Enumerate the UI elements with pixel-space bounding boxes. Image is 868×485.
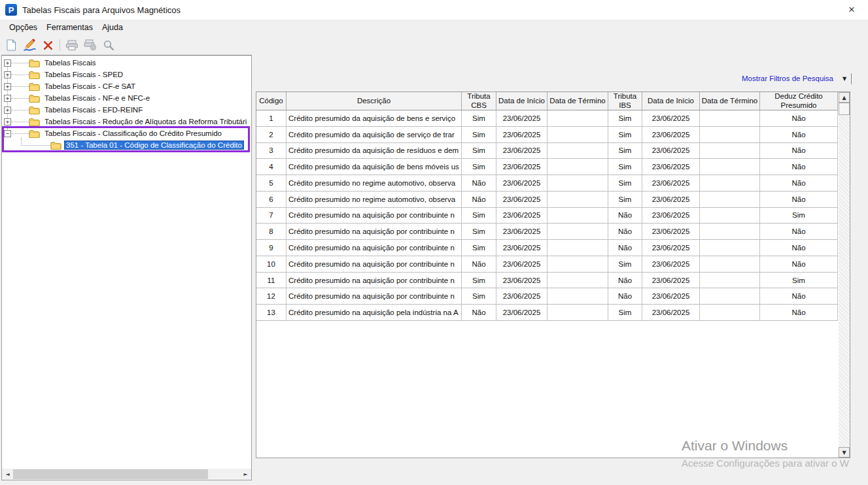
edit-pencil-icon[interactable] <box>22 37 37 53</box>
table-cell[interactable] <box>700 110 760 127</box>
table-cell[interactable]: 23/06/2025 <box>496 256 547 273</box>
tree-item-label[interactable]: Tabelas Fiscais - CF-e SAT <box>43 82 137 91</box>
table-cell[interactable]: Não <box>760 175 838 192</box>
delete-x-icon[interactable] <box>40 37 56 53</box>
table-cell[interactable]: 23/06/2025 <box>642 159 700 175</box>
tree-item[interactable]: −Tabelas Fiscais - Classificação do Créd… <box>2 127 251 139</box>
table-cell[interactable]: 3 <box>256 143 286 159</box>
table-cell[interactable]: Sim <box>462 208 496 224</box>
table-cell[interactable] <box>700 208 760 224</box>
table-row[interactable]: 5Crédito presumido no regime automotivo,… <box>256 175 839 192</box>
scroll-left-icon[interactable]: ◄ <box>2 469 13 480</box>
table-cell[interactable] <box>547 159 608 175</box>
expand-icon[interactable]: + <box>4 71 11 78</box>
expand-icon[interactable]: + <box>4 83 11 90</box>
table-cell[interactable]: Crédito presumido na aquisição por contr… <box>286 256 462 273</box>
tree-item-label[interactable]: 351 - Tabela 01 - Código de Classificaçã… <box>64 141 244 150</box>
table-cell[interactable] <box>547 240 608 256</box>
table-cell[interactable]: 2 <box>256 127 286 143</box>
table-row[interactable]: 1Crédito presumido da aquisição de bens … <box>256 110 839 127</box>
table-cell[interactable]: Sim <box>462 273 496 289</box>
table-cell[interactable]: Não <box>462 192 496 208</box>
close-button[interactable]: × <box>843 3 860 16</box>
table-cell[interactable] <box>547 208 608 224</box>
column-header[interactable]: Data de Término <box>547 92 608 110</box>
table-cell[interactable]: Não <box>462 175 496 192</box>
table-cell[interactable]: Não <box>760 240 838 256</box>
table-cell[interactable]: Sim <box>608 159 642 175</box>
table-cell[interactable] <box>700 127 760 143</box>
table-cell[interactable]: Sim <box>608 256 642 273</box>
table-cell[interactable]: 6 <box>256 192 286 208</box>
table-cell[interactable] <box>700 192 760 208</box>
table-cell[interactable]: Não <box>608 224 642 240</box>
table-cell[interactable]: 23/06/2025 <box>642 208 700 224</box>
column-header[interactable]: Descrição <box>286 92 462 110</box>
table-cell[interactable]: Sim <box>608 127 642 143</box>
table-cell[interactable]: 8 <box>256 224 286 240</box>
table-row[interactable]: 12Crédito presumido na aquisição por con… <box>256 288 839 305</box>
table-cell[interactable] <box>700 288 760 305</box>
tree-item-label[interactable]: Tabelas Fiscais - Classificação do Crédi… <box>43 129 224 138</box>
table-cell[interactable]: Não <box>760 288 838 305</box>
table-cell[interactable]: 13 <box>256 305 286 321</box>
table-cell[interactable]: Crédito presumido no regime automotivo, … <box>286 192 462 208</box>
expand-icon[interactable]: + <box>4 95 11 102</box>
tree-item[interactable]: +Tabelas Fiscais - NF-e e NFC-e <box>2 92 251 104</box>
table-cell[interactable]: Crédito presumido no regime automotivo, … <box>286 175 462 192</box>
table-cell[interactable] <box>700 159 760 175</box>
table-cell[interactable]: 23/06/2025 <box>642 192 700 208</box>
table-cell[interactable] <box>547 273 608 289</box>
table-cell[interactable]: Não <box>608 208 642 224</box>
table-cell[interactable]: Não <box>760 110 838 127</box>
table-cell[interactable]: Sim <box>462 240 496 256</box>
table-cell[interactable]: Sim <box>608 305 642 321</box>
table-cell[interactable]: Não <box>760 224 838 240</box>
table-cell[interactable]: 23/06/2025 <box>496 273 547 289</box>
table-cell[interactable]: Crédito presumido na aquisição por contr… <box>286 273 462 289</box>
table-cell[interactable]: 23/06/2025 <box>642 305 700 321</box>
table-cell[interactable]: Sim <box>462 110 496 127</box>
table-cell[interactable]: Crédito presumido da aquisição de bens e… <box>286 110 462 127</box>
table-cell[interactable]: 23/06/2025 <box>496 224 547 240</box>
tree-item[interactable]: +Tabelas Fiscais - EFD-REINF <box>2 104 251 116</box>
table-row[interactable]: 13Crédito presumido na aquisição pela in… <box>256 305 839 321</box>
table-cell[interactable]: 23/06/2025 <box>496 143 547 159</box>
table-row[interactable]: 11Crédito presumido na aquisição por con… <box>256 273 839 289</box>
table-cell[interactable] <box>547 175 608 192</box>
table-cell[interactable]: 4 <box>256 159 286 175</box>
table-cell[interactable]: Sim <box>760 208 838 224</box>
expand-icon[interactable]: + <box>4 118 11 125</box>
table-cell[interactable]: Não <box>760 159 838 175</box>
expand-icon[interactable]: + <box>4 107 11 114</box>
column-header[interactable]: Tributa CBS <box>462 92 496 110</box>
table-cell[interactable] <box>700 305 760 321</box>
table-cell[interactable] <box>547 143 608 159</box>
table-cell[interactable]: Sim <box>608 143 642 159</box>
menu-ajuda[interactable]: Ajuda <box>97 22 128 33</box>
table-cell[interactable]: 23/06/2025 <box>642 143 700 159</box>
table-row[interactable]: 2Crédito presumido da aquisição de servi… <box>256 127 839 143</box>
column-header[interactable]: Deduz Crédito Presumido <box>760 92 838 110</box>
new-document-icon[interactable] <box>3 37 19 53</box>
table-cell[interactable]: 1 <box>256 110 286 127</box>
table-cell[interactable]: 10 <box>256 256 286 273</box>
table-cell[interactable]: 11 <box>256 273 286 289</box>
table-cell[interactable]: Não <box>760 305 838 321</box>
table-cell[interactable]: 23/06/2025 <box>496 240 547 256</box>
table-cell[interactable]: Sim <box>608 192 642 208</box>
table-cell[interactable]: Crédito presumido na aquisição por contr… <box>286 224 462 240</box>
table-cell[interactable] <box>547 288 608 305</box>
table-cell[interactable]: 23/06/2025 <box>496 305 547 321</box>
tree-item[interactable]: 351 - Tabela 01 - Código de Classificaçã… <box>2 139 251 151</box>
table-cell[interactable]: 23/06/2025 <box>642 127 700 143</box>
table-cell[interactable]: 23/06/2025 <box>642 288 700 305</box>
table-cell[interactable]: Crédito presumido da aquisição de resídu… <box>286 143 462 159</box>
tree-item-label[interactable]: Tabelas Fiscais - Redução de Alíquotas d… <box>43 117 249 126</box>
table-cell[interactable]: 23/06/2025 <box>642 175 700 192</box>
menu-ferramentas[interactable]: Ferramentas <box>42 22 97 33</box>
table-row[interactable]: 3Crédito presumido da aquisição de resíd… <box>256 143 839 159</box>
table-cell[interactable]: Não <box>462 256 496 273</box>
filters-dropdown-button[interactable]: ▼ <box>838 73 852 84</box>
table-cell[interactable] <box>547 305 608 321</box>
